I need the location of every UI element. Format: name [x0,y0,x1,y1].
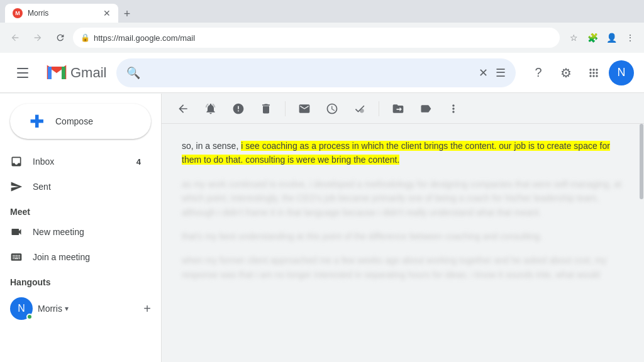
main-content: so, in a sense, i see coaching as a proc… [161,94,644,362]
keyboard-icon [10,251,23,263]
tab-bar: M Morris ✕ + [0,0,644,23]
email-text-normal: so, in a sense, [182,141,241,151]
svg-rect-3 [48,67,52,79]
sent-icon [10,180,23,193]
video-icon [10,226,23,238]
svg-rect-4 [62,67,65,79]
meet-section-title: Meet [0,199,161,219]
url-text: https://mail.google.com/mail [94,33,552,43]
toolbar-divider [285,101,286,116]
forward-button[interactable] [28,28,48,48]
search-icon: 🔍 [126,66,140,80]
browser-menu-icon[interactable]: ⋮ [621,29,639,47]
browser-chrome: M Morris ✕ + 🔒 https://mail.google.com/m… [0,0,644,53]
account-icon[interactable]: 👤 [602,29,620,47]
extension-icon[interactable]: 🧩 [584,29,601,47]
hangouts-section-title: Hangouts [0,270,161,290]
delete-button[interactable] [255,97,277,120]
search-bar[interactable]: 🔍 ✕ ☰ [116,58,516,87]
new-tab-button[interactable]: + [118,5,136,23]
sidebar-item-inbox[interactable]: Inbox 4 [0,149,151,174]
apps-button[interactable] [581,60,606,85]
email-text-highlighted: i see coaching as a process in which the… [182,141,610,165]
tab-favicon: M [13,8,23,18]
refresh-button[interactable] [50,28,70,48]
label-button[interactable] [414,97,437,120]
email-paragraph-1b: as my work continued to evolve, i develo… [182,177,624,219]
sent-label: Sent [33,182,51,192]
compose-icon: ✚ [25,110,48,133]
sidebar-item-sent[interactable]: Sent [0,174,151,199]
snooze-time-button[interactable] [321,97,343,120]
search-input[interactable] [148,67,471,79]
hamburger-menu[interactable] [10,60,35,85]
email-paragraph-1: so, in a sense, i see coaching as a proc… [182,139,624,167]
online-indicator [26,314,33,320]
gmail-header: Gmail 🔍 ✕ ☰ ? ⚙ N [0,53,644,93]
join-meeting-label: Join a meeting [33,252,90,262]
email-button[interactable] [293,97,316,120]
email-body: so, in a sense, i see coaching as a proc… [162,124,644,362]
secure-icon: 🔒 [80,33,90,42]
address-bar: 🔒 https://mail.google.com/mail ☆ 🧩 👤 ⋮ [0,23,644,53]
email-paragraph-3: when my former client approached me a fe… [182,253,624,282]
back-to-inbox-button[interactable] [172,97,194,120]
scrollbar-thumb[interactable] [640,124,643,199]
search-clear-icon[interactable]: ✕ [479,66,488,80]
email-toolbar [162,94,644,124]
header-icons: ? ⚙ N [526,60,634,85]
hangout-username: Morris ▾ [38,304,69,314]
tab-title: Morris [28,9,48,18]
user-avatar[interactable]: N [609,60,634,85]
important-button[interactable] [227,97,250,120]
inbox-badge: 4 [136,157,141,167]
mark-done-button[interactable] [348,97,371,120]
content-wrapper: ✚ Compose Inbox 4 Sent Meet New meeting [0,94,644,362]
help-button[interactable]: ? [526,60,551,85]
move-to-button[interactable] [387,97,409,120]
email-paragraph-2: that's my best understanding at this poi… [182,229,624,243]
compose-button[interactable]: ✚ Compose [10,104,151,139]
more-options-button[interactable] [442,97,465,120]
scrollbar-track[interactable] [639,124,644,362]
hangout-avatar: N [10,297,33,320]
bookmark-icon[interactable]: ☆ [565,29,582,47]
settings-button[interactable]: ⚙ [553,60,579,85]
hangouts-user[interactable]: N Morris ▾ + [10,295,151,322]
tab-close-button[interactable]: ✕ [103,8,111,18]
inbox-label: Inbox [33,156,54,167]
url-bar[interactable]: 🔒 https://mail.google.com/mail [73,28,560,48]
inbox-icon [10,155,23,168]
new-meeting-label: New meeting [33,227,84,237]
svg-point-5 [360,109,364,113]
add-hangout-button[interactable]: + [143,302,151,316]
back-button[interactable] [5,28,25,48]
gmail-wordmark: Gmail [70,65,106,81]
search-tune-icon[interactable]: ☰ [496,66,506,80]
hangouts-section: N Morris ▾ + [0,290,161,327]
chevron-down-icon: ▾ [65,304,69,313]
snooze-button[interactable] [199,97,222,120]
compose-label: Compose [55,116,93,126]
active-tab[interactable]: M Morris ✕ [5,4,118,23]
toolbar-divider-2 [379,101,379,116]
gmail-logo[interactable]: Gmail [45,62,106,84]
sidebar: ✚ Compose Inbox 4 Sent Meet New meeting [0,94,161,362]
browser-actions: ☆ 🧩 👤 ⋮ [565,29,639,47]
sidebar-item-new-meeting[interactable]: New meeting [0,219,151,244]
sidebar-item-join-meeting[interactable]: Join a meeting [0,244,151,270]
